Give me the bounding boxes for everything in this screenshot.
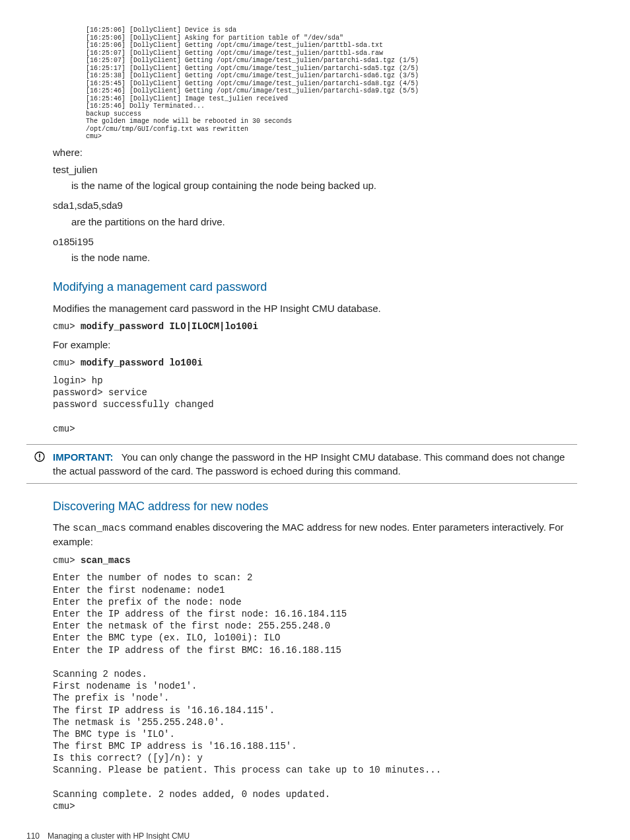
section-discover-mac: Discovering MAC address for new nodes	[53, 498, 577, 514]
sec2-body: The scan_macs command enables discoverin…	[53, 521, 577, 549]
important-body: You can only change the password in the …	[53, 451, 565, 477]
cmd-modify-password-example: cmu> modify_password lo100i	[53, 357, 577, 369]
cmd-modify-password-output: login> hp password> service password suc…	[53, 375, 577, 435]
footer-text: Managing a cluster with HP Insight CMU	[48, 831, 190, 840]
cmd-text: modify_password lo100i	[81, 358, 203, 368]
definition-list: where: test_julien is the name of the lo…	[53, 146, 577, 265]
cmd-scan-macs-output: Enter the number of nodes to scan: 2 Ent…	[53, 572, 577, 812]
sec2-body-pre: The	[53, 521, 73, 533]
important-label: IMPORTANT:	[53, 451, 113, 463]
term-nodename: o185i195	[53, 235, 577, 248]
where-label: where:	[53, 146, 577, 159]
term-test-julien: test_julien	[53, 163, 577, 176]
cmd-scan-macs: cmu> scan_macs	[53, 554, 577, 567]
important-note: IMPORTANT: You can only change the passw…	[26, 444, 577, 484]
def-test-julien: is the name of the logical group contain…	[71, 179, 577, 192]
section-modify-password: Modifying a management card password	[53, 279, 577, 295]
sec2-body-mono: scan_macs	[73, 523, 126, 534]
cmd-text: scan_macs	[81, 555, 131, 566]
cmd-prompt: cmu>	[53, 321, 81, 332]
console-log-top: [16:25:06] [DollyClient] Device is sda […	[86, 26, 577, 141]
sec2-body-post: command enables discovering the MAC addr…	[53, 521, 564, 547]
sec1-body: Modifies the management card password in…	[53, 302, 577, 315]
svg-rect-1	[39, 453, 40, 457]
page-footer: 110Managing a cluster with HP Insight CM…	[26, 831, 577, 840]
def-nodename: is the node name.	[71, 251, 577, 264]
cmd-prompt: cmu>	[53, 358, 81, 368]
important-icon	[26, 450, 53, 462]
cmd-prompt: cmu>	[53, 555, 81, 566]
svg-rect-2	[39, 459, 40, 460]
cmd-text: modify_password ILO|ILOCM|lo100i	[81, 321, 258, 332]
cmd-modify-password-syntax: cmu> modify_password ILO|ILOCM|lo100i	[53, 321, 577, 333]
important-text: IMPORTANT: You can only change the passw…	[53, 450, 577, 478]
def-partitions: are the partitions on the hard drive.	[71, 215, 577, 229]
for-example-label: For example:	[53, 338, 577, 352]
term-partitions: sda1,sda5,sda9	[53, 199, 577, 212]
page-number: 110	[26, 831, 40, 840]
